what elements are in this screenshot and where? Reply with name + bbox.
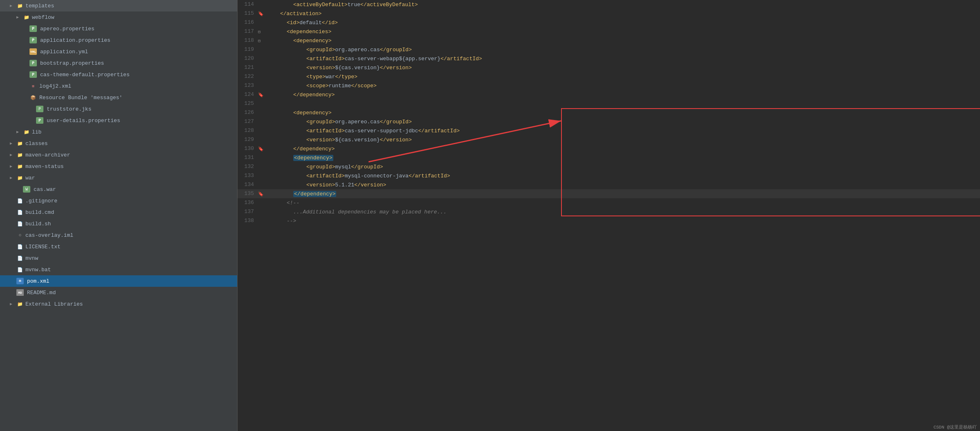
code-line-118: 118 ⊟ <dependency> bbox=[238, 36, 980, 45]
code-text: <artifactId>cas-server-webapp${app.serve… bbox=[267, 56, 482, 62]
folder-icon: 📁 bbox=[23, 129, 30, 135]
folder-icon: 📁 bbox=[16, 152, 24, 158]
selected-closing-tag: </dependency> bbox=[293, 191, 336, 197]
properties-icon: P bbox=[29, 60, 37, 66]
tree-item-mvnw[interactable]: ▶ 📄 mvnw bbox=[0, 252, 237, 264]
tree-label: apereo.properties bbox=[40, 26, 95, 32]
code-line-124: 124 🔖 </dependency> bbox=[238, 90, 980, 99]
tree-item-cas-overlay-iml[interactable]: ▶ ⊙ cas-overlay.iml bbox=[0, 229, 237, 241]
fold-icon[interactable]: ⊟ bbox=[258, 39, 260, 43]
bookmark-icon: 🔖 bbox=[258, 147, 264, 152]
code-text: <artifactId>mysql-connector-java</artifa… bbox=[267, 173, 450, 179]
tree-item-log4j2[interactable]: ▶ ⊞ log4j2.xml bbox=[0, 80, 237, 92]
tree-item-mvnw-bat[interactable]: ▶ 📄 mvnw.bat bbox=[0, 264, 237, 275]
code-text: <dependencies> bbox=[267, 29, 331, 35]
tree-label: pom.xml bbox=[27, 278, 50, 284]
code-line-121: 121 <version>${cas.version}</version> bbox=[238, 63, 980, 72]
line-number: 121 bbox=[238, 63, 258, 72]
tree-item-resource-bundle[interactable]: ▶ 📦 Resource Bundle 'messages' bbox=[0, 92, 237, 103]
code-text: <version>${cas.version}</version> bbox=[267, 65, 412, 71]
tree-item-webflow[interactable]: ▶ 📁 webflow bbox=[0, 11, 237, 23]
tree-item-pom-xml[interactable]: ▶ m pom.xml bbox=[0, 275, 237, 287]
tree-item-license[interactable]: ▶ 📄 LICENSE.txt bbox=[0, 241, 237, 252]
code-text: <scope>runtime</scope> bbox=[267, 83, 377, 89]
properties-icon: P bbox=[36, 117, 43, 124]
line-number: 123 bbox=[238, 81, 258, 90]
fold-icon[interactable]: ⊟ bbox=[258, 30, 260, 34]
watermark-text: CSDN @这里是杨杨吖 bbox=[933, 425, 977, 430]
tree-item-templates[interactable]: ▶ 📁 templates bbox=[0, 0, 237, 11]
code-text: </dependency> bbox=[267, 191, 336, 197]
tree-label: build.cmd bbox=[25, 209, 54, 216]
iml-icon: ⊙ bbox=[16, 232, 24, 238]
line-number: 133 bbox=[238, 171, 258, 180]
line-number: 127 bbox=[238, 117, 258, 126]
tree-item-build-sh[interactable]: ▶ 📄 build.sh bbox=[0, 218, 237, 229]
tree-item-app-yml[interactable]: ▶ YML application.yml bbox=[0, 46, 237, 57]
properties-icon: P bbox=[29, 25, 37, 32]
tree-item-user-details[interactable]: ▶ P user-details.properties bbox=[0, 115, 237, 126]
tree-item-maven-archiver[interactable]: ▶ 📁 maven-archiver bbox=[0, 149, 237, 161]
code-text: <type>war</type> bbox=[267, 74, 358, 80]
code-line-126: 126 <dependency> bbox=[238, 108, 980, 117]
code-line-122: 122 <type>war</type> bbox=[238, 72, 980, 81]
tree-item-bootstrap[interactable]: ▶ P bootstrap.properties bbox=[0, 57, 237, 69]
file-icon: 📄 bbox=[16, 220, 24, 227]
code-line-131: 131 <dependency> bbox=[238, 153, 980, 162]
line-number: 135 bbox=[238, 189, 258, 198]
line-number: 119 bbox=[238, 45, 258, 54]
yml-icon: YML bbox=[29, 48, 37, 55]
gutter-130: 🔖 bbox=[258, 146, 267, 152]
tree-label: war bbox=[25, 175, 35, 181]
file-icon: 📄 bbox=[16, 197, 24, 204]
code-text: <dependency> bbox=[267, 155, 333, 161]
code-text: </activation> bbox=[267, 11, 321, 17]
tree-item-maven-status[interactable]: ▶ 📁 maven-status bbox=[0, 161, 237, 172]
tree-label: maven-archiver bbox=[25, 152, 70, 158]
code-text: </dependency> bbox=[267, 92, 335, 98]
line-number: 137 bbox=[238, 207, 258, 216]
tree-item-lib[interactable]: ▶ 📁 lib bbox=[0, 126, 237, 138]
file-tree: ▶ 📁 templates ▶ 📁 webflow ▶ P apereo.pro… bbox=[0, 0, 238, 431]
code-text: <!-- bbox=[267, 200, 299, 206]
tree-item-build-cmd[interactable]: ▶ 📄 build.cmd bbox=[0, 206, 237, 218]
code-line-133: 133 <artifactId>mysql-connector-java</ar… bbox=[238, 171, 980, 180]
code-text: <version>${cas.version}</version> bbox=[267, 137, 412, 143]
tree-label: application.properties bbox=[40, 37, 111, 43]
bookmark-icon: 🔖 bbox=[258, 11, 264, 16]
text-icon: 📄 bbox=[16, 243, 24, 250]
tree-label: classes bbox=[25, 141, 48, 147]
bundle-icon: 📦 bbox=[29, 94, 37, 101]
code-line-128: 128 <artifactId>cas-server-support-jdbc<… bbox=[238, 126, 980, 135]
tree-label: templates bbox=[25, 3, 54, 9]
arrow-icon: ▶ bbox=[10, 152, 16, 157]
arrow-icon: ▶ bbox=[10, 141, 16, 146]
tree-item-truststore[interactable]: ▶ P truststore.jks bbox=[0, 103, 237, 115]
line-number: 126 bbox=[238, 108, 258, 117]
tree-label: cas.war bbox=[34, 186, 56, 193]
tree-item-classes[interactable]: ▶ 📁 classes bbox=[0, 138, 237, 149]
line-number: 131 bbox=[238, 153, 258, 162]
tree-item-cas-theme[interactable]: ▶ P cas-theme-default.properties bbox=[0, 69, 237, 80]
arrow-icon: ▶ bbox=[10, 164, 16, 169]
tree-item-war-folder[interactable]: ▶ 📁 war bbox=[0, 172, 237, 184]
tree-item-cas-war[interactable]: ▶ W cas.war bbox=[0, 184, 237, 195]
tree-label: Resource Bundle 'messages' bbox=[39, 95, 122, 101]
tree-item-apereo[interactable]: ▶ P apereo.properties bbox=[0, 23, 237, 34]
properties-icon: P bbox=[29, 71, 37, 78]
code-line-123: 123 <scope>runtime</scope> bbox=[238, 81, 980, 90]
code-line-120: 120 <artifactId>cas-server-webapp${app.s… bbox=[238, 54, 980, 63]
tree-item-app-props[interactable]: ▶ P application.properties bbox=[0, 34, 237, 46]
folder-icon: 📁 bbox=[16, 301, 24, 307]
line-number: 117 bbox=[238, 27, 258, 36]
tree-item-readme[interactable]: ▶ MD README.md bbox=[0, 287, 237, 298]
gutter-118: ⊟ bbox=[258, 38, 267, 44]
tree-item-ext-libs[interactable]: ▶ 📁 External Libraries bbox=[0, 298, 237, 310]
xml-icon: ⊞ bbox=[29, 83, 37, 89]
code-text: <artifactId>cas-server-support-jdbc</art… bbox=[267, 128, 459, 134]
tree-item-gitignore[interactable]: ▶ 📄 .gitignore bbox=[0, 195, 237, 206]
md-icon: MD bbox=[16, 289, 24, 296]
code-text: <groupId>org.apereo.cas</groupId> bbox=[267, 47, 412, 53]
line-number: 125 bbox=[238, 99, 258, 108]
war-icon: W bbox=[23, 186, 30, 193]
